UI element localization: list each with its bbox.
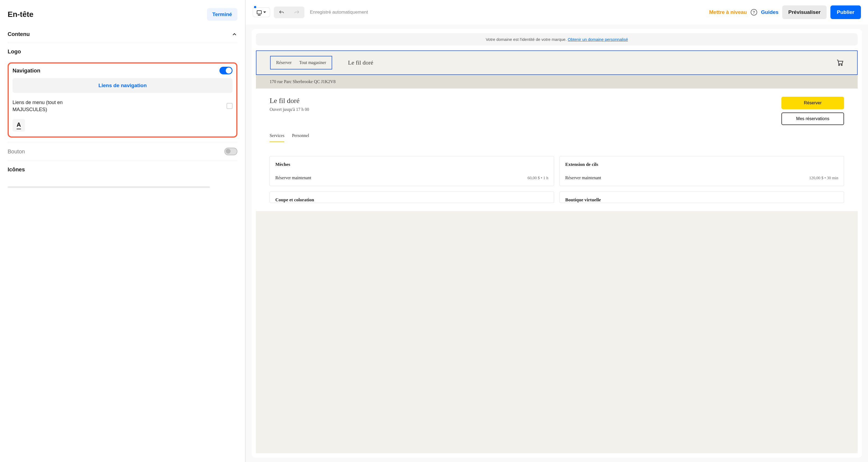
preview-card-meches[interactable]: Mèches Réserver maintenant 60,00 $ • 1 h bbox=[270, 156, 554, 186]
preview-title: Le fil doré bbox=[270, 97, 309, 105]
site-preview: Réserver Tout magasiner Le fil doré 170 … bbox=[256, 50, 858, 453]
button-section[interactable]: Bouton bbox=[8, 142, 238, 161]
logo-label: Logo bbox=[8, 49, 21, 55]
publish-button[interactable]: Publier bbox=[830, 5, 861, 19]
preview-tabs: Services Personnel bbox=[270, 133, 844, 142]
preview-nav-selected[interactable]: Réserver Tout magasiner bbox=[270, 56, 332, 69]
redo-button bbox=[289, 6, 304, 18]
button-label: Bouton bbox=[8, 148, 25, 155]
content-label: Contenu bbox=[8, 31, 30, 37]
cart-icon[interactable] bbox=[836, 59, 843, 66]
navigation-header: Navigation bbox=[12, 67, 232, 75]
text-color-button[interactable]: A bbox=[12, 119, 25, 132]
preview-reserve-button[interactable]: Réserver bbox=[781, 97, 844, 109]
preview-hero-right: Réserver Mes réservations bbox=[781, 97, 844, 125]
sidebar-title: En-tête bbox=[8, 10, 33, 19]
chevron-up-icon bbox=[231, 31, 238, 37]
caret-down-icon bbox=[263, 11, 266, 13]
navigation-section-highlighted: Navigation Liens de navigation Liens de … bbox=[8, 62, 238, 138]
done-button[interactable]: Terminé bbox=[207, 8, 238, 21]
preview-hours: Ouvert jusqu'à 17 h 00 bbox=[270, 107, 309, 112]
topbar: Enregistré automatiquement Mettre à nive… bbox=[246, 0, 868, 25]
preview-card-meta: 60,00 $ • 1 h bbox=[528, 176, 549, 180]
navigation-toggle[interactable] bbox=[219, 67, 232, 75]
preview-hero: Le fil doré Ouvert jusqu'à 17 h 00 Réser… bbox=[270, 97, 844, 125]
text-underline-icon: A bbox=[17, 121, 21, 129]
save-status: Enregistré automatiquement bbox=[310, 9, 368, 15]
logo-section[interactable]: Logo bbox=[8, 43, 238, 60]
navigation-links-button[interactable]: Liens de navigation bbox=[12, 78, 232, 93]
preview-nav-shopall[interactable]: Tout magasiner bbox=[299, 60, 326, 65]
preview-card-title: Extension de cils bbox=[565, 162, 838, 167]
button-toggle[interactable] bbox=[224, 148, 238, 155]
canvas: Votre domaine est l'identité de votre ma… bbox=[252, 29, 862, 458]
preview-card-title: Boutique virtuelle bbox=[565, 197, 838, 203]
undo-button[interactable] bbox=[274, 6, 289, 18]
domain-banner: Votre domaine est l'identité de votre ma… bbox=[256, 33, 858, 46]
preview-book-now[interactable]: Réserver maintenant bbox=[275, 175, 311, 180]
icons-label: Icônes bbox=[8, 167, 25, 173]
preview-hero-left: Le fil doré Ouvert jusqu'à 17 h 00 bbox=[270, 97, 309, 112]
menu-caps-row: Liens de menu (tout en MAJUSCULES) bbox=[12, 99, 232, 113]
content-section-header[interactable]: Contenu bbox=[8, 31, 238, 43]
preview-tab-services[interactable]: Services bbox=[270, 133, 284, 142]
preview-service-grid: Mèches Réserver maintenant 60,00 $ • 1 h… bbox=[270, 156, 844, 203]
menu-caps-checkbox[interactable] bbox=[226, 103, 232, 109]
device-selector[interactable] bbox=[253, 7, 270, 17]
preview-body: Le fil doré Ouvert jusqu'à 17 h 00 Réser… bbox=[256, 89, 858, 211]
main-area: Enregistré automatiquement Mettre à nive… bbox=[246, 0, 868, 462]
preview-brand[interactable]: Le fil doré bbox=[348, 59, 829, 66]
unsaved-indicator-dot bbox=[254, 6, 256, 8]
preview-card-boutique[interactable]: Boutique virtuelle bbox=[560, 192, 844, 203]
sidebar-panel: En-tête Terminé Contenu Logo Navigation … bbox=[0, 0, 246, 462]
preview-card-title: Coupe et coloration bbox=[275, 197, 548, 203]
redo-icon bbox=[294, 10, 300, 14]
preview-tab-staff[interactable]: Personnel bbox=[292, 133, 309, 142]
navigation-title: Navigation bbox=[12, 67, 40, 74]
preview-card-coupe[interactable]: Coupe et coloration bbox=[270, 192, 554, 203]
preview-button[interactable]: Prévisualiser bbox=[782, 5, 826, 19]
domain-banner-link[interactable]: Obtenir un domaine personnalisé bbox=[568, 37, 628, 42]
bottom-divider bbox=[8, 186, 210, 188]
preview-card-title: Mèches bbox=[275, 162, 548, 167]
undo-redo-group bbox=[274, 6, 304, 18]
preview-book-now[interactable]: Réserver maintenant bbox=[565, 175, 601, 180]
preview-card-extension[interactable]: Extension de cils Réserver maintenant 12… bbox=[560, 156, 844, 186]
undo-icon bbox=[279, 10, 284, 14]
preview-card-row: Réserver maintenant 120,00 $ • 30 min bbox=[565, 175, 838, 180]
preview-card-meta: 120,00 $ • 30 min bbox=[809, 176, 838, 180]
preview-nav-reserve[interactable]: Réserver bbox=[276, 60, 291, 65]
icons-section[interactable]: Icônes bbox=[8, 161, 238, 178]
svg-point-1 bbox=[841, 64, 842, 66]
desktop-icon bbox=[257, 10, 262, 14]
help-icon[interactable]: ? bbox=[751, 9, 757, 16]
preview-card-row: Réserver maintenant 60,00 $ • 1 h bbox=[275, 175, 548, 180]
preview-address-bar: 170 rue Parc Sherbrooke QC J1K2V8 bbox=[256, 75, 858, 89]
upgrade-link[interactable]: Mettre à niveau bbox=[709, 9, 747, 15]
svg-point-0 bbox=[839, 64, 840, 66]
domain-banner-text: Votre domaine est l'identité de votre ma… bbox=[486, 37, 568, 42]
preview-header-selected[interactable]: Réserver Tout magasiner Le fil doré bbox=[256, 50, 858, 75]
menu-caps-label: Liens de menu (tout en MAJUSCULES) bbox=[12, 99, 83, 113]
preview-myreservations-button[interactable]: Mes réservations bbox=[781, 113, 844, 125]
sidebar-header: En-tête Terminé bbox=[8, 8, 238, 21]
guides-link[interactable]: Guides bbox=[761, 9, 778, 15]
canvas-wrapper: Votre domaine est l'identité de votre ma… bbox=[246, 25, 868, 462]
